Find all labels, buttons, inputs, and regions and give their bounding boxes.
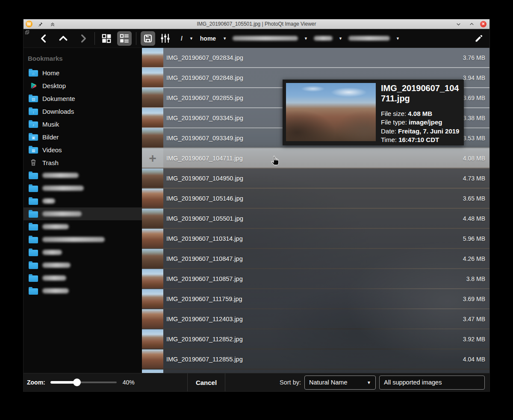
forward-button[interactable] [76,31,90,46]
tooltip-detail-line: File type: image/jpeg [381,118,460,127]
sidebar-item-downloads[interactable]: ↓ Downloads [24,105,142,118]
photoqt-window: W IMG_20190607_105501.jpg | PhotoQt Imag… [24,19,489,391]
file-name: IMG_20190607_105501.jpg [166,215,243,222]
file-row[interactable]: IMG_20190607_105501.jpg 4.48 MB [142,209,489,228]
file-size: 4.26 MB [463,255,485,262]
sidebar-item-dokumente[interactable]: ▤ Dokumente [24,92,142,105]
chevron-down-icon[interactable]: ▼ [221,36,228,41]
file-size: 3.94 MB [463,74,485,81]
file-row[interactable]: + IMG_20190607_104711.jpg 4.08 MB [142,148,489,168]
sort-dropdown[interactable]: Natural Name ▼ [304,376,376,390]
titlebar[interactable]: W IMG_20190607_105501.jpg | PhotoQt Imag… [24,19,489,29]
sidebar-item-label: Dokumente [42,95,75,102]
sidebar-item-redacted[interactable] [24,246,142,259]
file-row[interactable]: IMG_20190607_110857.jpg 3.8 MB [142,269,489,288]
file-thumbnail [142,329,163,349]
sidebar-item-bilder[interactable]: ▣ Bilder [24,130,142,143]
folder-icon [29,224,38,231]
chevron-down-icon[interactable]: ▼ [394,36,401,41]
file-name: IMG_20190607_092834.jpg [166,54,243,61]
file-name: IMG_20190607_105146.jpg [166,195,243,202]
tooltip-details: File size: 4.08 MBFile type: image/jpegD… [381,109,460,145]
bottom-bar: Zoom: 40% Cancel Sort by: Natural Name ▼… [24,373,489,391]
file-row[interactable]: IMG_20190607_110847.jpg 4.26 MB [142,249,489,268]
sidebar-item-label: Home [42,69,59,77]
file-row[interactable]: IMG_20190607_105146.jpg 3.65 MB [142,189,489,208]
file-thumbnail [142,289,163,308]
file-name: IMG_20190607_111759.jpg [166,296,242,302]
file-row[interactable]: IMG_20190607_111759.jpg 3.69 MB [142,289,489,308]
sidebar-item-redacted[interactable] [24,169,142,182]
sidebar-item-videos[interactable]: ▦ Videos [24,143,142,156]
folder-documents-icon: ▤ [29,95,38,102]
file-thumbnail [142,269,163,288]
file-size: 3.65 MB [463,195,485,202]
sidebar-item-label: Downloads [42,108,74,115]
chevron-down-icon[interactable]: ▼ [302,36,310,41]
sidebar-item-redacted[interactable] [24,195,142,207]
chevron-down-icon[interactable]: ▼ [337,36,344,41]
file-row[interactable]: IMG_20190607_110314.jpg 5.96 MB [142,229,489,248]
bookmarks-sidebar: Bookmarks ⌂ Home Desktop ▤ Dokumente ↓ [24,48,142,373]
folder-icon [29,263,38,269]
file-row[interactable]: IMG_20190607_092834.jpg 3.76 MB [142,48,489,67]
pin-icon[interactable] [35,20,45,28]
file-name: IMG_20190607_112855.jpg [166,356,243,363]
shade-icon[interactable] [48,20,57,28]
close-icon[interactable]: ✕ [480,21,486,27]
folder-icon [29,288,38,295]
file-row[interactable]: IMG_20190607_112852.jpg 3.92 MB [142,329,489,349]
back-button[interactable] [36,31,51,46]
sidebar-item-redacted[interactable] [24,233,142,246]
sidebar-item-redacted[interactable] [24,259,142,272]
file-row[interactable]: IMG_20190607_104950.jpg 4.73 MB [142,169,489,188]
filter-input[interactable]: All supported images [379,376,485,390]
breadcrumb-segment-redacted[interactable] [314,36,333,41]
sidebar-item-redacted[interactable] [24,182,142,195]
file-name: IMG_20190607_092855.jpg [166,95,243,101]
tooltip-detail-line: Date: Freitag, 7. Juni 2019 [381,127,460,136]
sidebar-item-home[interactable]: ⌂ Home [24,66,142,79]
file-thumbnail [142,48,163,67]
sidebar-item-desktop[interactable]: Desktop [24,79,142,92]
breadcrumb-segment[interactable]: / [180,35,183,42]
zoom-slider[interactable] [50,379,117,386]
breadcrumb-segment-redacted[interactable] [348,36,390,41]
sidebar-item-trash[interactable]: Trash [24,156,142,169]
save-view-button[interactable] [141,31,155,46]
file-thumbnail [142,108,163,127]
list-view-button[interactable] [117,31,132,46]
grid-view-button[interactable] [99,31,114,46]
file-thumbnail [142,88,163,107]
file-thumbnail [142,370,163,373]
edit-path-icon[interactable] [475,34,484,43]
zoom-slider-handle[interactable] [73,379,81,386]
tooltip-title: IMG_20190607_104711.jpg [381,83,460,104]
minimize-icon[interactable] [454,20,463,28]
up-button[interactable] [56,31,71,46]
sidebar-item-redacted[interactable] [24,220,142,233]
app-icon[interactable]: W [26,21,32,27]
cancel-button[interactable]: Cancel [188,373,225,391]
file-row[interactable]: IMG_20190607_112855.jpg 4.04 MB [142,349,489,369]
file-name: IMG_20190607_112403.jpg [166,316,243,322]
file-row[interactable]: IMG_20190607_112403.jpg 3.47 MB [142,309,489,328]
redacted-label [42,224,69,229]
settings-sliders-icon[interactable] [158,31,172,46]
chevron-down-icon[interactable]: ▼ [188,36,195,41]
bookmarks-header: Bookmarks [24,55,142,62]
sidebar-item-redacted[interactable] [24,272,142,284]
breadcrumb-segment-redacted[interactable] [233,36,298,41]
file-name: IMG_20190607_104950.jpg [166,175,243,182]
breadcrumb-segment[interactable]: home [199,35,217,42]
maximize-icon[interactable] [467,20,476,28]
detach-icon[interactable] [25,30,29,35]
sort-dropdown-value: Natural Name [309,379,347,386]
folder-pictures-icon: ▣ [29,133,38,141]
file-tooltip: IMG_20190607_104711.jpg File size: 4.08 … [283,80,464,145]
file-row[interactable] [142,370,489,373]
sidebar-item-redacted[interactable] [24,207,142,220]
window-title: IMG_20190607_105501.jpg | PhotoQt Image … [24,21,489,27]
sidebar-item-redacted[interactable] [24,284,142,297]
sidebar-item-musik[interactable]: ♪ Musik [24,118,142,130]
